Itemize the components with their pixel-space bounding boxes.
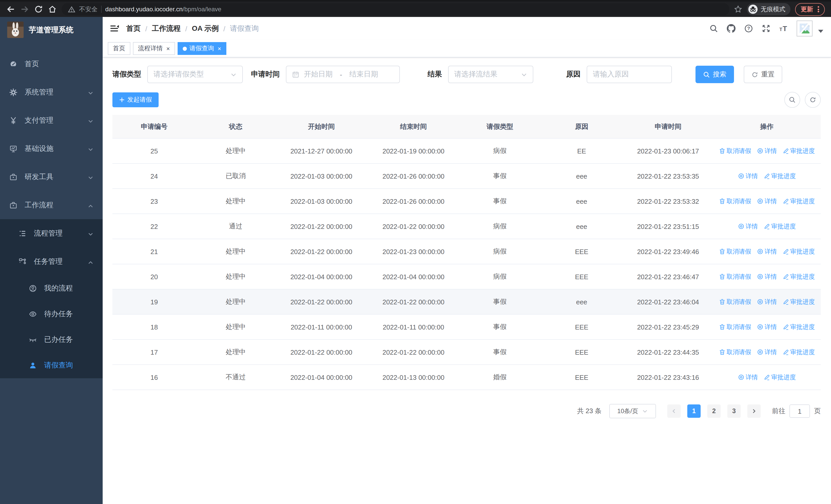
close-icon[interactable]: ×: [218, 46, 221, 52]
action-progress[interactable]: 审批进度: [782, 297, 815, 306]
cell-leave-type: 病假: [459, 247, 540, 256]
sidebar-item-todo-tasks[interactable]: 待办任务: [0, 301, 103, 327]
font-size-icon[interactable]: TT: [779, 24, 788, 33]
view-icon: [738, 223, 744, 230]
help-icon[interactable]: ?: [744, 24, 753, 33]
page-button-2[interactable]: 2: [707, 405, 721, 418]
sidebar-item-dev-tools[interactable]: 研发工具: [0, 163, 103, 191]
result-select[interactable]: 请选择流结果: [448, 66, 533, 83]
tab-label: 首页: [113, 44, 125, 53]
sidebar-item-home[interactable]: 首页: [0, 50, 103, 78]
sidebar-collapse-icon[interactable]: [110, 24, 119, 33]
column-header: 结束时间: [368, 122, 460, 131]
bookmark-star-icon[interactable]: [734, 5, 742, 13]
search-icon[interactable]: [709, 24, 718, 33]
action-detail[interactable]: 详情: [738, 172, 758, 180]
fullscreen-icon[interactable]: [762, 24, 770, 33]
action-progress[interactable]: 审批进度: [782, 197, 815, 206]
user-icon: [29, 361, 37, 369]
breadcrumb-item[interactable]: 工作流程: [152, 24, 181, 33]
page-button-1[interactable]: 1: [687, 405, 700, 418]
breadcrumb-item[interactable]: OA 示例: [192, 24, 219, 33]
refresh-table-button[interactable]: [805, 92, 821, 108]
close-icon[interactable]: ×: [166, 46, 170, 52]
sidebar-item-process-management[interactable]: 流程管理: [0, 219, 103, 247]
tab-home[interactable]: 首页: [108, 42, 131, 55]
action-progress[interactable]: 审批进度: [782, 147, 815, 155]
action-cancel[interactable]: 取消请假: [719, 323, 751, 331]
action-progress[interactable]: 审批进度: [782, 348, 815, 356]
sidebar-item-label: 待办任务: [44, 309, 93, 319]
github-icon[interactable]: [727, 24, 736, 33]
cell-start-time: 2022-01-22 00:00:00: [276, 298, 368, 306]
reset-button[interactable]: 重置: [744, 66, 782, 83]
action-cancel[interactable]: 取消请假: [719, 247, 751, 256]
sidebar-item-payment-management[interactable]: 支付管理: [0, 106, 103, 135]
view-icon: [757, 248, 763, 255]
action-label: 审批进度: [790, 247, 815, 256]
action-detail[interactable]: 详情: [757, 147, 777, 155]
action-cancel[interactable]: 取消请假: [719, 147, 751, 155]
action-detail[interactable]: 详情: [757, 247, 777, 256]
sidebar-item-infrastructure[interactable]: 基础设施: [0, 135, 103, 163]
action-detail[interactable]: 详情: [757, 197, 777, 206]
tab-process-detail[interactable]: 流程详情 ×: [133, 42, 175, 55]
search-button[interactable]: 搜索: [695, 66, 734, 83]
action-cancel[interactable]: 取消请假: [719, 197, 751, 206]
action-detail[interactable]: 详情: [757, 348, 777, 356]
action-progress[interactable]: 审批进度: [764, 373, 796, 382]
toggle-search-button[interactable]: [784, 92, 800, 108]
action-progress[interactable]: 审批进度: [782, 272, 815, 281]
apply-time-range-picker[interactable]: 开始日期 - 结束日期: [286, 66, 400, 83]
action-label: 详情: [765, 272, 777, 281]
action-detail[interactable]: 详情: [757, 323, 777, 331]
leave-type-select[interactable]: 请选择请假类型: [147, 66, 243, 83]
create-leave-button[interactable]: 发起请假: [112, 92, 159, 107]
action-progress[interactable]: 审批进度: [782, 323, 815, 331]
url-bar[interactable]: 不安全 dashboard.yudao.iocoder.cn/bpm/oa/le…: [62, 3, 729, 16]
breadcrumb-item[interactable]: 首页: [126, 24, 141, 33]
action-progress[interactable]: 审批进度: [764, 172, 796, 180]
app-window: 芋道管理系统 首页 系统管理: [0, 17, 831, 504]
avatar-dropdown-caret-icon[interactable]: [818, 30, 823, 33]
user-avatar[interactable]: [797, 21, 812, 36]
action-detail[interactable]: 详情: [757, 297, 777, 306]
browser-home-icon[interactable]: [48, 5, 57, 14]
result-label: 结果: [428, 70, 442, 79]
action-cancel[interactable]: 取消请假: [719, 297, 751, 306]
action-cancel[interactable]: 取消请假: [719, 348, 751, 356]
goto-page-input[interactable]: [790, 405, 810, 418]
browser-update-button[interactable]: 更新: [795, 3, 825, 16]
sidebar-item-task-management[interactable]: 任务管理: [0, 247, 103, 276]
browser-reload-icon[interactable]: [34, 5, 43, 14]
prev-page-button[interactable]: [667, 405, 681, 418]
chevron-left-icon: [671, 409, 677, 414]
cell-reason: eee: [540, 172, 623, 180]
next-page-button[interactable]: [747, 405, 761, 418]
tab-leave-query[interactable]: 请假查询 ×: [178, 42, 226, 55]
app-logo[interactable]: 芋道管理系统: [0, 17, 103, 42]
page-size-select[interactable]: 10条/页: [609, 404, 656, 418]
sidebar-item-workflow[interactable]: 工作流程: [0, 191, 103, 219]
table-row: 24已取消2022-01-03 00:00:002022-01-26 00:00…: [112, 164, 821, 189]
action-detail[interactable]: 详情: [738, 373, 758, 382]
sidebar-item-my-processes[interactable]: 我的流程: [0, 276, 103, 301]
not-secure-warning-icon: [68, 5, 76, 13]
sidebar-item-system-management[interactable]: 系统管理: [0, 78, 103, 106]
action-progress[interactable]: 审批进度: [764, 222, 796, 231]
browser-forward-icon[interactable]: [20, 5, 29, 14]
cell-apply-id: 19: [112, 298, 196, 306]
browser-menu-icon[interactable]: [818, 5, 819, 13]
browser-back-icon[interactable]: [6, 5, 16, 14]
action-detail[interactable]: 详情: [738, 222, 758, 231]
action-cancel[interactable]: 取消请假: [719, 272, 751, 281]
sidebar-item-leave-query[interactable]: 请假查询: [0, 353, 103, 378]
sidebar-item-done-tasks[interactable]: 已办任务: [0, 327, 103, 353]
page-button-3[interactable]: 3: [727, 405, 741, 418]
delete-icon: [719, 299, 725, 305]
reason-input[interactable]: 请输入原因: [587, 66, 672, 83]
action-label: 取消请假: [726, 197, 751, 206]
action-detail[interactable]: 详情: [757, 272, 777, 281]
sidebar-item-label: 支付管理: [25, 116, 88, 125]
action-progress[interactable]: 审批进度: [782, 247, 815, 256]
